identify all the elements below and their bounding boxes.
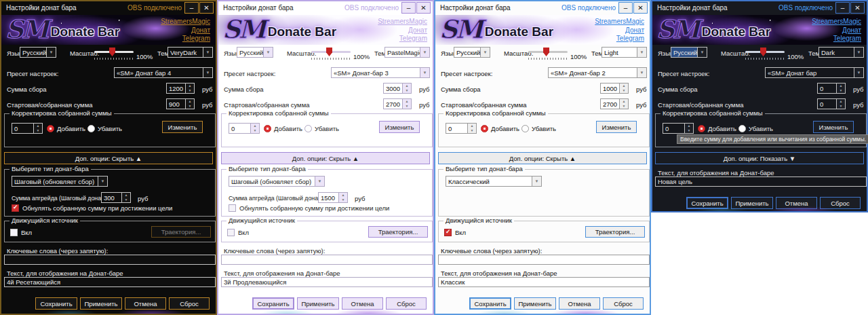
link-streamersmagic[interactable]: StreamersMagic — [812, 18, 861, 26]
dropdown-arrow-icon[interactable]: ▼ — [98, 177, 107, 186]
close-button[interactable]: ✕ — [850, 2, 865, 14]
preset-select[interactable]: «SM» Донат-бар 3 ▼ — [331, 67, 430, 78]
minimize-button[interactable]: – — [401, 2, 416, 14]
cancel-button[interactable]: Отмена — [125, 297, 166, 310]
spin-up-icon[interactable]: ▲ — [34, 124, 42, 128]
spin-up-icon[interactable]: ▲ — [468, 124, 476, 128]
apply-button[interactable]: Применить — [731, 197, 773, 209]
preset-select[interactable]: «SM» Донат-бар 2 ▼ — [548, 67, 647, 78]
link-donate[interactable]: Донат — [161, 26, 210, 35]
spin-up-icon[interactable]: ▲ — [403, 99, 411, 104]
bar-type-select[interactable]: Классический ▼ — [446, 176, 542, 187]
save-button[interactable]: Сохранить — [35, 297, 77, 310]
spin-down-icon[interactable]: ▼ — [186, 88, 194, 93]
dropdown-arrow-icon[interactable]: ▼ — [637, 68, 646, 77]
spin-up-icon[interactable]: ▲ — [403, 84, 411, 88]
language-select[interactable]: Русский ▼ — [20, 47, 56, 58]
dropdown-arrow-icon[interactable]: ▼ — [46, 48, 56, 57]
spin-up-icon[interactable]: ▲ — [685, 124, 693, 128]
dropdown-arrow-icon[interactable]: ▼ — [480, 48, 490, 57]
reset-button[interactable]: Сброс — [820, 197, 861, 209]
spin-down-icon[interactable]: ▼ — [186, 104, 194, 109]
minimize-button[interactable]: – — [184, 2, 199, 14]
spin-down-icon[interactable]: ▼ — [837, 104, 845, 109]
radio-subtract[interactable]: Убавить — [304, 125, 339, 132]
link-donate[interactable]: Донат — [812, 26, 861, 35]
radio-add[interactable]: Добавить — [698, 125, 736, 132]
spin-up-icon[interactable]: ▲ — [620, 84, 628, 88]
correction-spinner[interactable]: 0 ▲▼ — [663, 123, 694, 134]
display-text-input[interactable] — [655, 177, 867, 187]
spin-down-icon[interactable]: ▼ — [339, 198, 347, 202]
spin-down-icon[interactable]: ▼ — [403, 88, 411, 93]
preset-select[interactable]: «SM» Донат бар 4 ▼ — [114, 67, 213, 78]
close-button[interactable]: ✕ — [199, 2, 214, 14]
language-select[interactable]: Русский ▼ — [671, 47, 707, 58]
theme-select[interactable]: PastelMagic ▼ — [384, 47, 430, 58]
spin-up-icon[interactable]: ▲ — [620, 99, 628, 104]
dropdown-arrow-icon[interactable]: ▼ — [420, 68, 429, 77]
trajectory-button[interactable]: Траектория... — [368, 226, 428, 238]
dropdown-arrow-icon[interactable]: ▼ — [420, 48, 429, 57]
extra-options-toggle[interactable]: Доп. опции: Скрыть ▲ — [4, 152, 213, 164]
scale-slider[interactable] — [745, 48, 785, 60]
correction-spinner[interactable]: 0 ▲▼ — [446, 123, 477, 134]
link-streamersmagic[interactable]: StreamersMagic — [161, 18, 210, 26]
dropdown-arrow-icon[interactable]: ▼ — [203, 48, 212, 57]
scale-slider[interactable] — [311, 48, 351, 60]
sum-spinner[interactable]: 1000 ▲▼ — [600, 83, 629, 94]
link-telegram[interactable]: Telegram — [161, 35, 210, 43]
reset-button[interactable]: Сброс — [386, 297, 427, 310]
cancel-button[interactable]: Отмена — [559, 297, 600, 310]
sum-spinner[interactable]: 1200 ▲▼ — [166, 83, 195, 94]
correction-spinner[interactable]: 0 ▲▼ — [229, 123, 260, 134]
display-text-input[interactable] — [4, 277, 216, 287]
slider-thumb[interactable] — [760, 48, 766, 56]
dropdown-arrow-icon[interactable]: ▼ — [854, 48, 863, 57]
theme-select[interactable]: VeryDark ▼ — [167, 47, 213, 58]
trajectory-button[interactable]: Траектория... — [585, 226, 645, 238]
upgrade-spinner[interactable]: 300 ▲▼ — [101, 192, 131, 203]
radio-add[interactable]: Добавить — [264, 125, 302, 132]
reset-button[interactable]: Сброс — [603, 297, 644, 310]
keywords-input[interactable] — [438, 255, 650, 265]
change-button[interactable]: Изменить — [813, 121, 854, 133]
link-donate[interactable]: Донат — [595, 26, 644, 35]
link-telegram[interactable]: Telegram — [378, 35, 427, 43]
upgrade-spinner[interactable]: 1500 ▲▼ — [318, 192, 348, 203]
spin-up-icon[interactable]: ▲ — [837, 84, 845, 88]
moving-enabled-checkbox[interactable]: ✓ Вкл — [10, 229, 32, 236]
display-text-input[interactable] — [221, 277, 433, 287]
theme-select[interactable]: Dark ▼ — [818, 47, 864, 58]
save-button[interactable]: Сохранить — [469, 297, 511, 310]
sum-spinner[interactable]: 3000 ▲▼ — [383, 83, 412, 94]
link-streamersmagic[interactable]: StreamersMagic — [595, 18, 644, 26]
bar-type-select[interactable]: Шаговый (обновляет сбор) ▼ — [229, 176, 325, 187]
spin-up-icon[interactable]: ▲ — [122, 193, 130, 198]
start-sum-spinner[interactable]: 0 ▲▼ — [817, 98, 846, 109]
reset-button[interactable]: Сброс — [169, 297, 210, 310]
spin-down-icon[interactable]: ▼ — [620, 104, 628, 109]
slider-thumb[interactable] — [109, 48, 115, 56]
spin-up-icon[interactable]: ▲ — [186, 99, 194, 104]
radio-subtract[interactable]: Убавить — [521, 125, 556, 132]
apply-button[interactable]: Применить — [80, 297, 122, 310]
dropdown-arrow-icon[interactable]: ▼ — [637, 48, 646, 57]
close-button[interactable]: ✕ — [416, 2, 431, 14]
minimize-button[interactable]: – — [835, 2, 850, 14]
link-streamersmagic[interactable]: StreamersMagic — [378, 18, 427, 26]
spin-up-icon[interactable]: ▲ — [339, 193, 347, 198]
dropdown-arrow-icon[interactable]: ▼ — [263, 48, 273, 57]
reset-on-goal-checkbox[interactable]: ✓ Обнулять собранную сумму при достижени… — [12, 204, 172, 212]
theme-select[interactable]: Light ▼ — [601, 47, 647, 58]
spin-up-icon[interactable]: ▲ — [251, 124, 259, 128]
apply-button[interactable]: Применить — [514, 297, 556, 310]
slider-thumb[interactable] — [543, 48, 549, 56]
spin-up-icon[interactable]: ▲ — [186, 84, 194, 88]
sum-spinner[interactable]: 0 ▲▼ — [817, 83, 846, 94]
extra-options-toggle[interactable]: Доп. опции: Скрыть ▲ — [221, 152, 430, 164]
dropdown-arrow-icon[interactable]: ▼ — [697, 48, 707, 57]
scale-slider[interactable] — [528, 48, 568, 60]
dropdown-arrow-icon[interactable]: ▼ — [854, 68, 863, 77]
moving-enabled-checkbox[interactable]: ✓ Вкл — [227, 229, 249, 236]
